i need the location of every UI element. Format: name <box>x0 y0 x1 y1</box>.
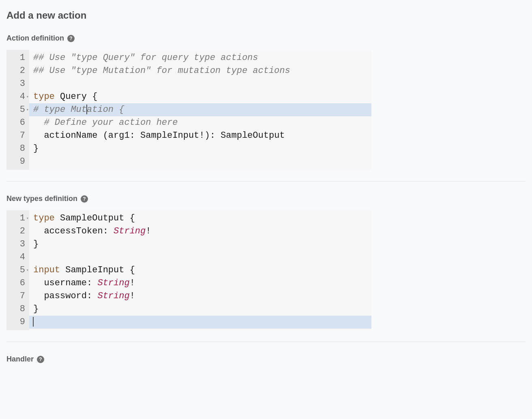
line-number: 8 <box>8 303 25 316</box>
new-types-definition-editor[interactable]: 123456789 type SampleOutput { accessToke… <box>6 210 371 330</box>
code-token: Query <box>60 92 87 102</box>
text-cursor <box>33 317 34 327</box>
line-number: 5 <box>8 103 25 116</box>
code-token: ## Use "type Mutation" for mutation type… <box>33 66 290 76</box>
code-line[interactable]: input SampleInput { <box>29 264 371 277</box>
code-token <box>92 278 97 288</box>
line-number: 7 <box>8 290 25 303</box>
new-types-definition-label-text: New types definition <box>6 195 77 203</box>
code-token: type <box>33 92 55 102</box>
code-token <box>33 278 44 288</box>
code-line[interactable]: ## Use "type Query" for query type actio… <box>29 51 371 64</box>
editor-code-area[interactable]: ## Use "type Query" for query type actio… <box>29 50 371 170</box>
code-token: { <box>92 92 97 102</box>
action-definition-editor[interactable]: 123456789 ## Use "type Query" for query … <box>6 50 371 170</box>
line-number: 3 <box>8 77 25 90</box>
code-token <box>215 130 221 141</box>
editor-gutter: 123456789 <box>6 50 29 170</box>
line-number: 6 <box>8 116 25 129</box>
code-line[interactable]: type Query { <box>29 90 371 103</box>
code-token <box>33 130 44 141</box>
code-token: ## Use "type Query" for query type actio… <box>33 53 258 63</box>
code-token: actionName <box>44 130 97 141</box>
code-token: ( <box>103 130 108 141</box>
new-types-definition-label: New types definition ? <box>6 195 526 203</box>
line-number: 7 <box>8 129 25 142</box>
line-number: 3 <box>8 238 25 251</box>
code-token: SampleOutput <box>221 130 285 141</box>
code-line[interactable]: type SampleOutput { <box>29 212 371 225</box>
line-number: 4 <box>8 251 25 264</box>
code-line[interactable] <box>29 251 371 264</box>
code-token <box>55 92 60 102</box>
code-token: String <box>97 278 129 288</box>
code-token: SampleInput <box>140 130 199 141</box>
code-token: ! <box>130 278 135 288</box>
code-line[interactable] <box>29 316 371 329</box>
code-line[interactable]: } <box>29 238 371 251</box>
code-line[interactable] <box>29 155 371 168</box>
help-icon[interactable]: ? <box>81 195 88 203</box>
page-title: Add a new action <box>6 10 526 21</box>
code-token: } <box>33 239 39 249</box>
code-token: # Define your action here <box>44 118 178 128</box>
code-token <box>97 130 103 141</box>
code-token: ! <box>199 130 204 141</box>
code-token: : <box>87 291 92 301</box>
line-number: 1 <box>8 51 25 64</box>
code-token: ) <box>205 130 210 141</box>
line-number: 9 <box>8 155 25 168</box>
code-line[interactable]: # Define your action here <box>29 116 371 129</box>
code-token: : <box>87 278 92 288</box>
code-token: # type Mut <box>33 105 87 115</box>
section-divider <box>6 342 526 342</box>
code-line[interactable]: accessToken: String! <box>29 225 371 238</box>
code-token: ! <box>130 291 135 301</box>
code-token: { <box>130 213 135 223</box>
code-token <box>33 291 44 301</box>
code-token: arg1 <box>108 130 130 141</box>
code-line[interactable]: username: String! <box>29 277 371 290</box>
code-token: String <box>97 291 129 301</box>
code-token <box>124 213 129 223</box>
code-token <box>124 265 129 275</box>
action-definition-label-text: Action definition <box>6 34 64 43</box>
code-token: SampleOutput <box>60 213 124 223</box>
code-token: accessToken <box>44 226 103 236</box>
code-line[interactable]: ## Use "type Mutation" for mutation type… <box>29 64 371 77</box>
code-token: : <box>210 130 215 141</box>
handler-label-text: Handler <box>6 355 34 363</box>
code-token: } <box>33 304 39 314</box>
help-icon[interactable]: ? <box>67 35 75 42</box>
code-line[interactable]: } <box>29 142 371 155</box>
code-line[interactable]: actionName (arg1: SampleInput!): SampleO… <box>29 129 371 142</box>
code-token <box>92 291 97 301</box>
line-number: 8 <box>8 142 25 155</box>
line-number: 2 <box>8 64 25 77</box>
code-token <box>33 226 44 236</box>
code-token <box>33 118 44 128</box>
code-token <box>108 226 114 236</box>
code-line[interactable] <box>29 77 371 90</box>
line-number: 4 <box>8 90 25 103</box>
code-token: type <box>33 213 55 223</box>
code-line[interactable]: } <box>29 303 371 316</box>
line-number: 6 <box>8 277 25 290</box>
code-line[interactable]: password: String! <box>29 290 371 303</box>
code-token: ! <box>146 226 151 236</box>
code-token: password <box>44 291 87 301</box>
code-token: : <box>130 130 135 141</box>
code-token: { <box>130 265 135 275</box>
editor-gutter: 123456789 <box>6 210 29 330</box>
code-token: username <box>44 278 87 288</box>
code-token <box>55 213 60 223</box>
help-icon[interactable]: ? <box>37 356 44 363</box>
code-token <box>87 92 92 102</box>
code-token: SampleInput <box>65 265 124 275</box>
line-number: 9 <box>8 316 25 329</box>
code-token: ation { <box>87 105 124 115</box>
handler-label: Handler ? <box>6 355 526 363</box>
code-line[interactable]: # type Mutation { <box>29 103 371 116</box>
editor-code-area[interactable]: type SampleOutput { accessToken: String!… <box>29 210 371 330</box>
line-number: 2 <box>8 225 25 238</box>
